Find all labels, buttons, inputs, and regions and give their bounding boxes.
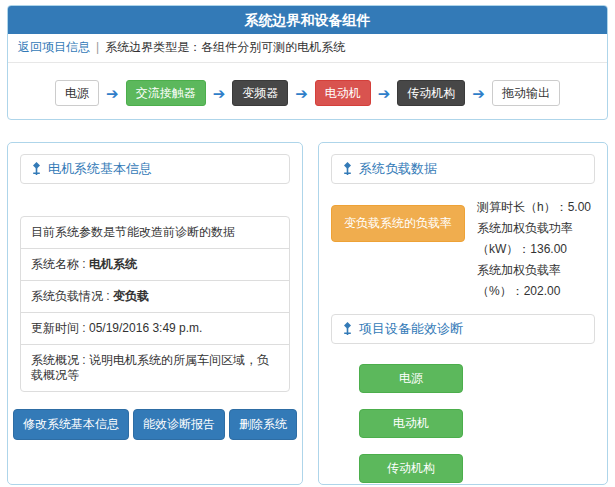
pin-icon bbox=[342, 162, 353, 176]
info-row-system-name: 系统名称 : 电机系统 bbox=[21, 249, 289, 281]
page: 系统边界和设备组件 返回项目信息|系统边界类型是：各组件分别可测的电机系统 电源… bbox=[0, 0, 615, 487]
separator: | bbox=[96, 40, 99, 54]
flow-node-inverter[interactable]: 变频器 bbox=[232, 80, 288, 106]
stat-duration: 测算时长（h）：5.00 bbox=[477, 197, 595, 218]
info-row-update-time: 更新时间 : 05/19/2016 3:49 p.m. bbox=[21, 313, 289, 345]
load-data-title-box: 系统负载数据 bbox=[331, 154, 595, 184]
arrow-right-icon: ➔ bbox=[295, 86, 308, 101]
info-row-load-condition: 系统负载情况 : 变负载 bbox=[21, 281, 289, 313]
flow-node-drag-output: 拖动输出 bbox=[492, 80, 560, 106]
flow-node-motor[interactable]: 电动机 bbox=[315, 80, 371, 106]
boundary-panel: 系统边界和设备组件 返回项目信息|系统边界类型是：各组件分别可测的电机系统 电源… bbox=[7, 5, 608, 120]
info-row-overview: 系统概况 : 说明电机系统的所属车间区域，负载概况等 bbox=[21, 345, 289, 391]
load-stats: 测算时长（h）：5.00 系统加权负载功率（kW）：136.00 系统加权负载率… bbox=[477, 197, 595, 302]
back-to-project-link[interactable]: 返回项目信息 bbox=[18, 40, 90, 54]
load-rate-section: 变负载系统的负载率 测算时长（h）：5.00 系统加权负载功率（kW）：136.… bbox=[331, 197, 595, 302]
variable-load-rate-button[interactable]: 变负载系统的负载率 bbox=[331, 205, 465, 242]
arrow-right-icon: ➔ bbox=[106, 86, 119, 101]
page-title: 系统边界和设备组件 bbox=[8, 6, 607, 34]
diagnose-motor-button[interactable]: 电动机 bbox=[359, 409, 463, 438]
diagnose-power-button[interactable]: 电源 bbox=[359, 364, 463, 393]
diagnosis-title-box: 项目设备能效诊断 bbox=[331, 314, 595, 344]
system-info-list: 目前系统参数是节能改造前诊断的数据 系统名称 : 电机系统 系统负载情况 : 变… bbox=[20, 216, 290, 392]
boundary-type-text: 系统边界类型是：各组件分别可测的电机系统 bbox=[105, 40, 345, 54]
info-row-note: 目前系统参数是节能改造前诊断的数据 bbox=[21, 217, 289, 249]
arrow-right-icon: ➔ bbox=[472, 86, 485, 101]
system-info-title-box: 电机系统基本信息 bbox=[20, 154, 290, 184]
flow-node-power: 电源 bbox=[55, 80, 99, 106]
flow-node-ac-contactor[interactable]: 交流接触器 bbox=[126, 80, 206, 106]
efficiency-report-button[interactable]: 能效诊断报告 bbox=[133, 409, 225, 440]
device-diagnosis-buttons: 电源 电动机 传动机构 bbox=[331, 364, 595, 483]
system-actions: 修改系统基本信息 能效诊断报告 删除系统 bbox=[20, 409, 290, 440]
diagnose-transmission-button[interactable]: 传动机构 bbox=[359, 454, 463, 483]
panel-load-and-diagnosis: 系统负载数据 变负载系统的负载率 测算时长（h）：5.00 系统加权负载功率（k… bbox=[318, 142, 608, 485]
panel-title: 电机系统基本信息 bbox=[48, 160, 152, 178]
arrow-right-icon: ➔ bbox=[378, 86, 391, 101]
panel-title: 项目设备能效诊断 bbox=[359, 320, 463, 338]
pin-icon bbox=[342, 322, 353, 336]
pin-icon bbox=[31, 162, 42, 176]
panel-title: 系统负载数据 bbox=[359, 160, 437, 178]
arrow-right-icon: ➔ bbox=[213, 86, 226, 101]
toolbar: 返回项目信息|系统边界类型是：各组件分别可测的电机系统 bbox=[8, 34, 607, 63]
flow-node-transmission[interactable]: 传动机构 bbox=[397, 80, 465, 106]
delete-system-button[interactable]: 删除系统 bbox=[229, 409, 297, 440]
edit-system-info-button[interactable]: 修改系统基本信息 bbox=[13, 409, 129, 440]
panel-system-info: 电机系统基本信息 目前系统参数是节能改造前诊断的数据 系统名称 : 电机系统 系… bbox=[7, 142, 303, 485]
stat-weighted-power: 系统加权负载功率（kW）：136.00 bbox=[477, 218, 595, 260]
component-flow-diagram: 电源 ➔ 交流接触器 ➔ 变频器 ➔ 电动机 ➔ 传动机构 ➔ 拖动输出 bbox=[8, 63, 607, 106]
stat-weighted-load-rate: 系统加权负载率（%）：202.00 bbox=[477, 260, 595, 302]
